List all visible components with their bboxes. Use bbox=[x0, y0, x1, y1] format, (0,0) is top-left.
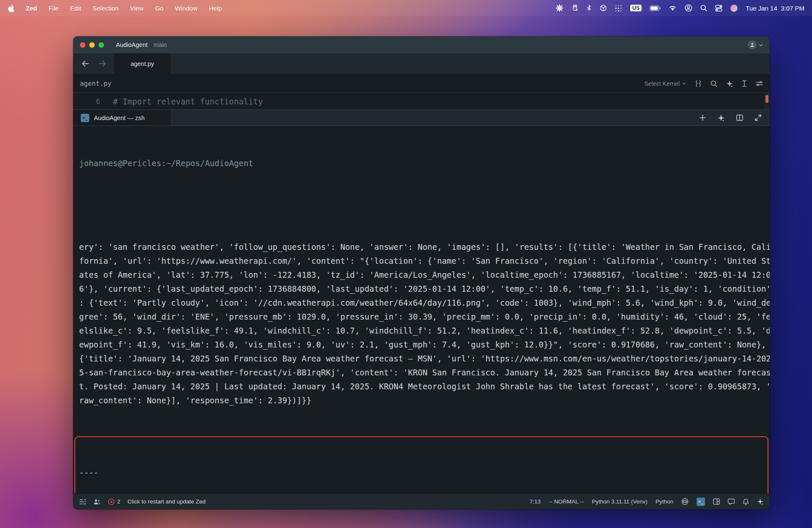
close-button[interactable] bbox=[80, 42, 85, 48]
git-branch-label[interactable]: main bbox=[154, 41, 167, 48]
assistant-sparkle-icon[interactable] bbox=[726, 80, 733, 87]
assistant-sparkle-icon[interactable] bbox=[757, 498, 763, 505]
terminal-output-line: ery': 'san francisco weather', 'follow_u… bbox=[73, 240, 770, 254]
zoom-button[interactable] bbox=[99, 42, 104, 48]
cursor-position[interactable]: 7:13 bbox=[529, 498, 540, 505]
tab-bar-empty-area[interactable] bbox=[170, 53, 770, 74]
chevron-down-icon bbox=[759, 44, 763, 47]
breadcrumb[interactable]: agent.py bbox=[80, 80, 112, 88]
status-bar: 2 Click to restart and update Zed 7:13 -… bbox=[73, 493, 770, 509]
terminal-output-line: {'title': 'January 14, 2025 San Francisc… bbox=[73, 352, 770, 366]
editor-tab-bar: agent.py bbox=[73, 53, 770, 74]
bluetooth-icon[interactable] bbox=[587, 5, 592, 12]
select-kernel-dropdown[interactable]: Select Kernel bbox=[645, 80, 686, 87]
window-titlebar[interactable]: AudioAgent main bbox=[73, 36, 770, 53]
repl-icon[interactable] bbox=[695, 80, 702, 87]
editor-toolbar: agent.py Select Kernel bbox=[73, 74, 770, 93]
terminal-icon: >_ bbox=[81, 114, 89, 122]
new-terminal-icon[interactable] bbox=[700, 115, 706, 121]
chat-icon[interactable] bbox=[728, 498, 735, 505]
terminal-blank-line bbox=[73, 198, 770, 212]
terminal-output-line: fornia', 'url': 'https://www.weatherapi.… bbox=[73, 254, 770, 268]
tab-agent-py[interactable]: agent.py bbox=[115, 53, 170, 74]
settings-sliders-icon[interactable] bbox=[756, 80, 763, 87]
collaboration-icon[interactable] bbox=[93, 499, 101, 505]
battery-icon[interactable] bbox=[650, 5, 661, 11]
terminal-tab[interactable]: >_ AudioAgent — zsh bbox=[73, 110, 170, 126]
chevron-down-icon bbox=[682, 82, 686, 85]
titlebar-user-menu[interactable] bbox=[748, 41, 763, 49]
layout-panels-icon[interactable] bbox=[713, 498, 720, 505]
copilot-icon[interactable] bbox=[681, 498, 689, 505]
siri-icon[interactable] bbox=[730, 5, 738, 12]
docker-icon[interactable] bbox=[600, 4, 607, 12]
menu-item-go[interactable]: Go bbox=[155, 5, 164, 12]
terminal-output-line: 5-san-francisco-bay-area-weather-forecas… bbox=[73, 366, 770, 380]
diagnostics-indicator[interactable]: 2 bbox=[108, 498, 121, 505]
apple-menu-icon[interactable] bbox=[8, 4, 14, 12]
terminal-panel-toggle[interactable]: >_ bbox=[697, 498, 705, 506]
bell-icon[interactable] bbox=[743, 498, 749, 505]
terminal-output-line: gree': 56, 'wind_dir': 'ENE', 'pressure_… bbox=[73, 310, 770, 324]
search-icon[interactable] bbox=[710, 80, 717, 87]
toolchain-selector[interactable]: Python 3.11.11 (Venv) bbox=[592, 498, 647, 505]
menu-item-selection[interactable]: Selection bbox=[93, 5, 119, 12]
macos-menu-bar: ZedFileEditSelectionViewGoWindowHelp US bbox=[0, 0, 812, 16]
terminal-output-line: ates of America', 'lat': 37.775, 'lon': … bbox=[73, 268, 770, 282]
line-number: 6 bbox=[73, 97, 100, 106]
expand-panel-icon[interactable] bbox=[755, 115, 761, 121]
scrollbar-diagnostic-marker bbox=[765, 95, 768, 103]
project-title: AudioAgent bbox=[116, 41, 148, 48]
search-icon[interactable] bbox=[700, 5, 707, 11]
nav-back-icon[interactable] bbox=[82, 60, 89, 67]
terminal-output-line: elslike_c': 9.5, 'feelslike_f': 49.1, 'w… bbox=[73, 324, 770, 338]
terminal-output-line: t. Posted: January 14, 2025 | Last updat… bbox=[73, 380, 770, 394]
assistant-sparkle-icon[interactable] bbox=[718, 115, 724, 121]
annotation-highlight-box: ---- {'agent': {'messages': [AIMessage(c… bbox=[74, 436, 768, 493]
vim-mode-indicator: -- NORMAL -- bbox=[549, 498, 584, 505]
update-zed-message[interactable]: Click to restart and update Zed bbox=[128, 498, 206, 505]
control-center-icon[interactable] bbox=[715, 5, 722, 12]
ollama-icon[interactable] bbox=[571, 4, 579, 12]
keyboard-layout-badge[interactable]: US bbox=[630, 5, 642, 12]
menu-item-edit[interactable]: Edit bbox=[70, 5, 81, 12]
terminal-output-line: ewpoint_f': 41.9, 'vis_km': 16.0, 'vis_m… bbox=[73, 338, 770, 352]
terminal-output: ery': 'san francisco weather', 'follow_u… bbox=[73, 240, 770, 408]
split-pane-icon[interactable] bbox=[736, 115, 743, 121]
terminal-tab-bar: >_ AudioAgent — zsh bbox=[73, 110, 770, 126]
keypad-icon[interactable] bbox=[615, 5, 622, 12]
output-separator: ---- bbox=[79, 466, 764, 480]
asterisk-icon[interactable] bbox=[556, 4, 563, 12]
account-icon[interactable] bbox=[685, 4, 692, 12]
code-editor[interactable]: 6 # Import relevant functionality bbox=[73, 93, 770, 110]
wifi-icon[interactable] bbox=[669, 5, 677, 11]
terminal-output-line: 6'}, 'current': {'last_updated_epoch': 1… bbox=[73, 282, 770, 296]
window-controls bbox=[80, 42, 104, 48]
minimize-button[interactable] bbox=[89, 42, 95, 48]
language-selector[interactable]: Python bbox=[656, 498, 673, 505]
menu-item-help[interactable]: Help bbox=[209, 5, 222, 12]
menu-item-view[interactable]: View bbox=[130, 5, 143, 12]
menu-item-file[interactable]: File bbox=[49, 5, 59, 12]
code-comment-line: # Import relevant functionality bbox=[113, 97, 263, 106]
user-avatar bbox=[748, 41, 757, 49]
terminal-session-line: johannes@Pericles:~/Repos/AudioAgent bbox=[73, 156, 770, 170]
nav-forward-icon[interactable] bbox=[99, 60, 106, 67]
menu-bar-clock[interactable]: Tue Jan 14 3:07 PM bbox=[746, 5, 804, 12]
menu-item-zed[interactable]: Zed bbox=[26, 5, 37, 12]
terminal-output-line: : {'text': 'Partly cloudy', 'icon': '//c… bbox=[73, 296, 770, 310]
zed-window: AudioAgent main agent.py agent.py bbox=[73, 36, 770, 509]
terminal-output-line: raw_content': None}], 'response_time': 2… bbox=[73, 394, 770, 408]
error-count: 2 bbox=[117, 498, 121, 505]
ibeam-cursor-icon[interactable] bbox=[742, 80, 747, 87]
terminal-pane[interactable]: johannes@Pericles:~/Repos/AudioAgent ery… bbox=[73, 126, 770, 493]
menu-item-window[interactable]: Window bbox=[175, 5, 198, 12]
project-panel-icon[interactable] bbox=[80, 499, 86, 505]
error-icon bbox=[108, 498, 115, 505]
